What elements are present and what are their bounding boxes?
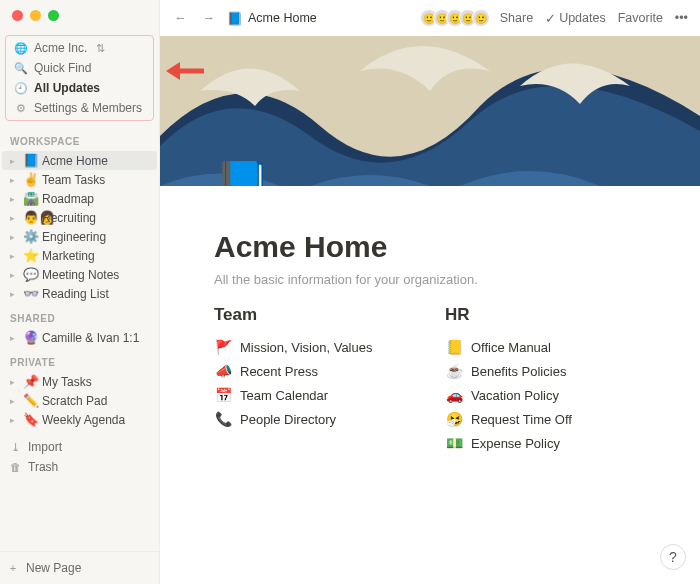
coffee-icon: ☕ — [445, 363, 463, 379]
caret-icon[interactable]: ▸ — [10, 270, 20, 280]
page-link-team-calendar[interactable]: 📅Team Calendar — [214, 383, 415, 407]
sidebar-item-label: Marketing — [42, 249, 95, 263]
section-label-shared: SHARED — [0, 303, 159, 328]
sidebar-item-label: Roadmap — [42, 192, 94, 206]
page-link-benefits[interactable]: ☕Benefits Policies — [445, 359, 646, 383]
updates-button[interactable]: ✓Updates — [543, 9, 608, 28]
money-icon: 💵 — [445, 435, 463, 451]
presence-avatars[interactable]: 🙂 🙂 🙂 🙂 🙂 — [425, 9, 490, 27]
sidebar-footer: +New Page — [0, 551, 159, 584]
page-link-office-manual[interactable]: 📒Office Manual — [445, 335, 646, 359]
app-window: 🌐 Acme Inc. ⇅ 🔍 Quick Find 🕘 All Updates… — [0, 0, 700, 584]
calendar-icon: 📅 — [214, 387, 232, 403]
all-updates[interactable]: 🕘 All Updates — [8, 78, 151, 98]
settings-label: Settings & Members — [34, 101, 142, 115]
sidebar-item-meeting-notes[interactable]: ▸💬Meeting Notes — [2, 265, 157, 284]
page-link-expense[interactable]: 💵Expense Policy — [445, 431, 646, 455]
workspace-tree: ▸📘Acme Home ▸✌️Team Tasks ▸🛣️Roadmap ▸👨‍… — [0, 151, 159, 303]
column-heading-hr[interactable]: HR — [445, 305, 646, 325]
link-label: Expense Policy — [471, 436, 560, 451]
caret-icon[interactable]: ▸ — [10, 213, 20, 223]
new-page-button[interactable]: +New Page — [0, 558, 159, 578]
caret-icon[interactable]: ▸ — [10, 194, 20, 204]
sidebar-item-marketing[interactable]: ▸⭐Marketing — [2, 246, 157, 265]
sidebar-item-team-tasks[interactable]: ▸✌️Team Tasks — [2, 170, 157, 189]
car-icon: 🚗 — [445, 387, 463, 403]
sidebar-item-label: My Tasks — [42, 375, 92, 389]
cover-image[interactable]: 📘 — [160, 36, 700, 186]
sidebar-item-label: Reading List — [42, 287, 109, 301]
caret-icon[interactable]: ▸ — [10, 232, 20, 242]
sidebar-item-weekly-agenda[interactable]: ▸🔖Weekly Agenda — [2, 410, 157, 429]
book-icon: 📘 — [227, 11, 243, 26]
column-heading-team[interactable]: Team — [214, 305, 415, 325]
sidebar-item-roadmap[interactable]: ▸🛣️Roadmap — [2, 189, 157, 208]
caret-icon[interactable]: ▸ — [10, 156, 20, 166]
quick-find[interactable]: 🔍 Quick Find — [8, 58, 151, 78]
peace-icon: ✌️ — [23, 172, 39, 187]
caret-icon[interactable]: ▸ — [10, 251, 20, 261]
updates-label: Updates — [559, 11, 606, 25]
link-label: Office Manual — [471, 340, 551, 355]
link-label: Request Time Off — [471, 412, 572, 427]
page-link-people-directory[interactable]: 📞People Directory — [214, 407, 415, 431]
breadcrumb[interactable]: 📘 Acme Home — [227, 11, 317, 26]
section-label-private: PRIVATE — [0, 347, 159, 372]
sidebar-item-camille-ivan[interactable]: ▸🔮Camille & Ivan 1:1 — [2, 328, 157, 347]
link-label: Team Calendar — [240, 388, 328, 403]
sidebar-item-recruiting[interactable]: ▸👨‍👩Recruiting — [2, 208, 157, 227]
nav-forward-button[interactable]: → — [199, 9, 220, 27]
section-label-workspace: WORKSPACE — [0, 126, 159, 151]
sidebar-item-my-tasks[interactable]: ▸📌My Tasks — [2, 372, 157, 391]
sidebar-utilities: ⤓Import 🗑Trash — [0, 437, 159, 477]
link-label: People Directory — [240, 412, 336, 427]
left-arrow-icon — [166, 58, 206, 84]
book-icon: 📘 — [23, 153, 39, 168]
notebook-icon: 📒 — [445, 339, 463, 355]
caret-icon[interactable]: ▸ — [10, 175, 20, 185]
caret-icon[interactable]: ▸ — [10, 396, 20, 406]
shared-tree: ▸🔮Camille & Ivan 1:1 — [0, 328, 159, 347]
svg-marker-2 — [166, 62, 180, 80]
page-content: Acme Home All the basic information for … — [160, 186, 700, 465]
page-subtitle[interactable]: All the basic information for your organ… — [214, 272, 646, 287]
minimize-window-button[interactable] — [30, 10, 41, 21]
nav-back-button[interactable]: ← — [170, 9, 191, 27]
zoom-window-button[interactable] — [48, 10, 59, 21]
page-title[interactable]: Acme Home — [214, 230, 646, 264]
page-link-mission[interactable]: 🚩Mission, Vision, Values — [214, 335, 415, 359]
caret-icon[interactable]: ▸ — [10, 415, 20, 425]
crystal-ball-icon: 🔮 — [23, 330, 39, 345]
check-icon: ✓ — [545, 11, 556, 26]
workspace-name: Acme Inc. — [34, 41, 87, 55]
more-menu-button[interactable]: ••• — [673, 9, 690, 27]
caret-icon[interactable]: ▸ — [10, 289, 20, 299]
sidebar-item-engineering[interactable]: ▸⚙️Engineering — [2, 227, 157, 246]
content-columns: Team 🚩Mission, Vision, Values 📣Recent Pr… — [214, 305, 646, 455]
caret-icon[interactable]: ▸ — [10, 377, 20, 387]
page-link-vacation[interactable]: 🚗Vacation Policy — [445, 383, 646, 407]
speech-icon: 💬 — [23, 267, 39, 282]
pencil-icon: ✏️ — [23, 393, 39, 408]
import-button[interactable]: ⤓Import — [2, 437, 157, 457]
chevron-updown-icon: ⇅ — [93, 42, 107, 55]
download-icon: ⤓ — [8, 441, 22, 454]
favorite-button[interactable]: Favorite — [616, 9, 665, 27]
share-button[interactable]: Share — [498, 9, 535, 27]
caret-icon[interactable]: ▸ — [10, 333, 20, 343]
help-button[interactable]: ? — [660, 544, 686, 570]
page-link-request-time-off[interactable]: 🤧Request Time Off — [445, 407, 646, 431]
settings-members[interactable]: ⚙ Settings & Members — [8, 98, 151, 118]
trash-button[interactable]: 🗑Trash — [2, 457, 157, 477]
sidebar-item-acme-home[interactable]: ▸📘Acme Home — [2, 151, 157, 170]
sidebar-item-reading-list[interactable]: ▸👓Reading List — [2, 284, 157, 303]
workspace-switcher[interactable]: 🌐 Acme Inc. ⇅ — [8, 38, 151, 58]
page-link-recent-press[interactable]: 📣Recent Press — [214, 359, 415, 383]
sidebar-item-label: Recruiting — [42, 211, 96, 225]
page-icon[interactable]: 📘 — [214, 158, 271, 186]
new-page-label: New Page — [26, 561, 81, 575]
close-window-button[interactable] — [12, 10, 23, 21]
sidebar-item-scratch-pad[interactable]: ▸✏️Scratch Pad — [2, 391, 157, 410]
flag-icon: 🚩 — [214, 339, 232, 355]
plus-icon: + — [6, 562, 20, 574]
